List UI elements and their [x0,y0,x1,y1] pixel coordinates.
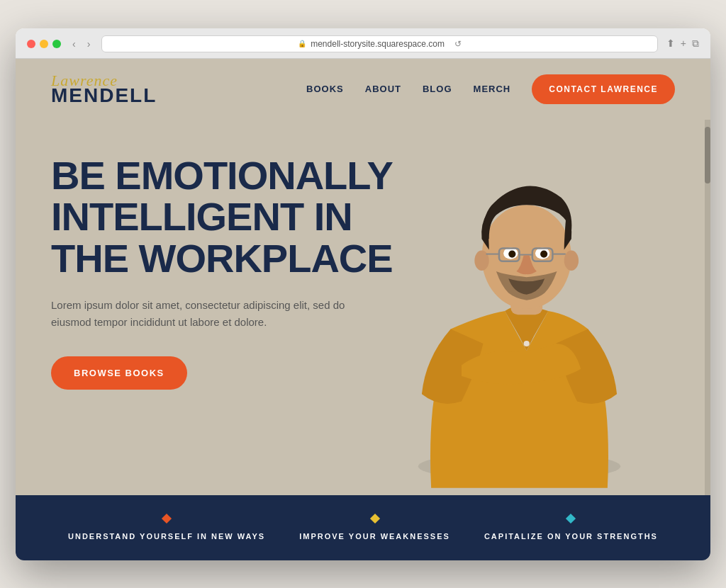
hero-subtitle: Lorem ipsum dolor sit amet, consectetur … [51,297,349,331]
svg-point-7 [508,250,515,257]
share-button[interactable]: ⬆ [666,38,675,50]
browser-actions: ⬆ + ⧉ [666,38,699,50]
nav-link-merch[interactable]: MERCH [474,84,511,94]
forward-button[interactable]: › [84,37,94,51]
traffic-light-yellow[interactable] [40,40,48,48]
bottom-item-label-capitalize: CAPITALIZE ON YOUR STRENGTHS [484,532,658,541]
hero-title-line1: BE EMOTIONALLY [51,153,393,198]
nav-link-blog[interactable]: BLOG [423,84,452,94]
svg-point-4 [564,250,579,271]
hero-title-line3: THE WORKPLACE [51,236,393,281]
bottom-bar: UNDERSTAND YOURSELF IN NEW WAYS IMPROVE … [16,495,710,560]
reload-button[interactable]: ↺ [454,39,462,49]
lock-icon: 🔒 [298,40,306,47]
nav-links: BOOKS ABOUT BLOG MERCH CONTACT LAWRENCE [306,74,675,104]
hero-content: BE EMOTIONALLY INTELLIGENT IN THE WORKPL… [51,141,394,390]
browser-frame: ‹ › 🔒 mendell-storysite.squarespace.com … [16,28,710,560]
diamond-icon-capitalize [566,513,576,523]
browser-chrome: ‹ › 🔒 mendell-storysite.squarespace.com … [16,28,710,59]
bottom-item-label-understand: UNDERSTAND YOURSELF IN NEW WAYS [68,532,265,541]
nav-link-about[interactable]: ABOUT [365,84,401,94]
website-content: Lawrence MENDELL BOOKS ABOUT BLOG MERCH … [16,59,710,560]
logo-bold: MENDELL [51,86,157,106]
diamond-icon-improve [369,513,379,523]
diamond-icon-understand [162,513,172,523]
scrollbar-thumb[interactable] [705,127,710,183]
traffic-light-green[interactable] [52,40,61,48]
bottom-item-capitalize: CAPITALIZE ON YOUR STRENGTHS [484,515,658,541]
scrollbar-track[interactable] [705,120,710,495]
contact-button[interactable]: CONTACT LAWRENCE [532,74,675,104]
traffic-light-red[interactable] [27,40,35,48]
url-bar[interactable]: 🔒 mendell-storysite.squarespace.com ↺ [101,35,657,52]
bottom-item-improve: IMPROVE YOUR WEAKNESSES [299,515,450,541]
bottom-item-understand: UNDERSTAND YOURSELF IN NEW WAYS [68,515,265,541]
hero-title: BE EMOTIONALLY INTELLIGENT IN THE WORKPL… [51,155,394,280]
tab-grid-button[interactable]: ⧉ [692,38,699,50]
browse-books-button[interactable]: BROWSE BOOKS [51,356,187,390]
hero-section: BE EMOTIONALLY INTELLIGENT IN THE WORKPL… [16,120,710,495]
browser-controls: ‹ › [69,37,93,51]
svg-point-14 [524,340,530,346]
url-text: mendell-storysite.squarespace.com [311,39,445,49]
new-tab-button[interactable]: + [681,38,686,50]
svg-point-8 [540,250,547,257]
hero-title-line2: INTELLIGENT IN [51,194,352,239]
logo[interactable]: Lawrence MENDELL [51,73,157,106]
traffic-lights [27,40,61,48]
navigation: Lawrence MENDELL BOOKS ABOUT BLOG MERCH … [16,59,710,120]
nav-link-books[interactable]: BOOKS [306,84,344,94]
bottom-item-label-improve: IMPROVE YOUR WEAKNESSES [299,532,450,541]
back-button[interactable]: ‹ [69,37,79,51]
